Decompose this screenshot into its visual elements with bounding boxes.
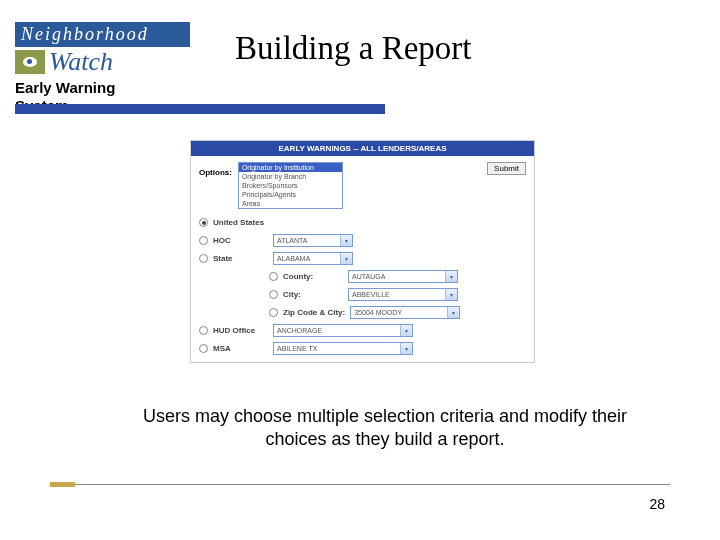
- options-label: Options:: [199, 162, 232, 177]
- row-county: County: AUTAUGA ▾: [269, 269, 526, 284]
- submit-button[interactable]: Submit: [487, 162, 526, 175]
- sub-label: Zip Code & City:: [283, 308, 345, 317]
- radio-msa[interactable]: [199, 344, 208, 353]
- dropdown-value: 35004 MOODY: [351, 309, 447, 316]
- footer-accent: [50, 482, 75, 487]
- row-state: State ALABAMA ▾: [199, 251, 526, 266]
- listbox-item[interactable]: Originator by Branch: [239, 172, 342, 181]
- radio-zip[interactable]: [269, 308, 278, 317]
- hud-dropdown[interactable]: ANCHORAGE ▾: [273, 324, 413, 337]
- dropdown-value: ALABAMA: [274, 255, 340, 262]
- zip-dropdown[interactable]: 35004 MOODY ▾: [350, 306, 460, 319]
- listbox-item[interactable]: Originator by Institution: [239, 163, 342, 172]
- row-msa: MSA ABILENE TX ▾: [199, 341, 526, 356]
- dropdown-value: ABILENE TX: [274, 345, 400, 352]
- radio-label: State: [213, 254, 268, 263]
- logo-top-text: Neighborhood: [15, 22, 190, 47]
- row-united-states: United States: [199, 215, 526, 230]
- options-row: Options: Originator by Institution Origi…: [199, 162, 526, 209]
- radio-united-states[interactable]: [199, 218, 208, 227]
- chevron-down-icon: ▾: [447, 307, 459, 318]
- radio-county[interactable]: [269, 272, 278, 281]
- county-dropdown[interactable]: AUTAUGA ▾: [348, 270, 458, 283]
- listbox-item[interactable]: Areas: [239, 199, 342, 208]
- radio-city[interactable]: [269, 290, 278, 299]
- underline-bar: [15, 104, 385, 114]
- chevron-down-icon: ▾: [400, 325, 412, 336]
- chevron-down-icon: ▾: [445, 271, 457, 282]
- dropdown-value: ABBEVILLE: [349, 291, 445, 298]
- msa-dropdown[interactable]: ABILENE TX ▾: [273, 342, 413, 355]
- page-number: 28: [649, 496, 665, 512]
- logo-watch-text: Watch: [49, 47, 113, 77]
- radio-state[interactable]: [199, 254, 208, 263]
- row-hud-office: HUD Office ANCHORAGE ▾: [199, 323, 526, 338]
- dropdown-value: ANCHORAGE: [274, 327, 400, 334]
- state-dropdown[interactable]: ALABAMA ▾: [273, 252, 353, 265]
- listbox-item[interactable]: Principals/Agents: [239, 190, 342, 199]
- radio-hoc[interactable]: [199, 236, 208, 245]
- form-header: EARLY WARNINGS -- ALL LENDERS/AREAS: [191, 141, 534, 156]
- dropdown-value: ATLANTA: [274, 237, 340, 244]
- page-title: Building a Report: [235, 30, 471, 67]
- options-listbox[interactable]: Originator by Institution Originator by …: [238, 162, 343, 209]
- sub-label: County:: [283, 272, 343, 281]
- chevron-down-icon: ▾: [400, 343, 412, 354]
- radio-label: HUD Office: [213, 326, 268, 335]
- city-dropdown[interactable]: ABBEVILLE ▾: [348, 288, 458, 301]
- hoc-dropdown[interactable]: ATLANTA ▾: [273, 234, 353, 247]
- chevron-down-icon: ▾: [445, 289, 457, 300]
- radio-label: United States: [213, 218, 268, 227]
- radio-label: HOC: [213, 236, 268, 245]
- neighborhood-watch-logo: Neighborhood Watch: [15, 22, 220, 72]
- chevron-down-icon: ▾: [340, 253, 352, 264]
- row-zip: Zip Code & City: 35004 MOODY ▾: [269, 305, 526, 320]
- radio-rows: United States HOC ATLANTA ▾ State ALABAM…: [199, 215, 526, 356]
- radio-hud-office[interactable]: [199, 326, 208, 335]
- listbox-item[interactable]: Brokers/Sponsors: [239, 181, 342, 190]
- form-body: Options: Originator by Institution Origi…: [191, 156, 534, 362]
- footer-divider: [50, 484, 670, 485]
- slide-caption: Users may choose multiple selection crit…: [110, 405, 660, 452]
- sub-label: City:: [283, 290, 343, 299]
- slide: Neighborhood Watch Early Warning System …: [0, 0, 720, 540]
- logo-bottom-row: Watch: [15, 47, 220, 77]
- radio-label: MSA: [213, 344, 268, 353]
- report-form-panel: EARLY WARNINGS -- ALL LENDERS/AREAS Opti…: [190, 140, 535, 363]
- eye-icon: [15, 50, 45, 74]
- chevron-down-icon: ▾: [340, 235, 352, 246]
- row-city: City: ABBEVILLE ▾: [269, 287, 526, 302]
- row-hoc: HOC ATLANTA ▾: [199, 233, 526, 248]
- dropdown-value: AUTAUGA: [349, 273, 445, 280]
